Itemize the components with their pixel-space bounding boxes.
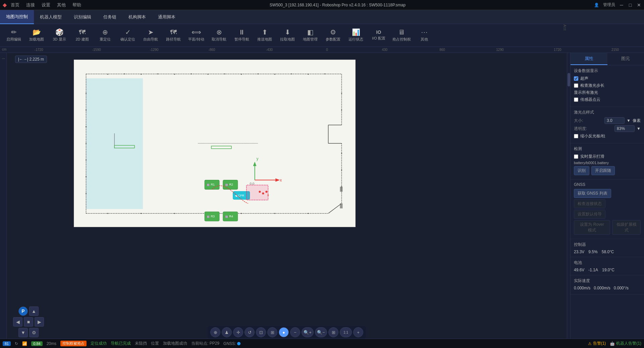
status-robot-warn[interactable]: 🤖 机器人告警(1) — [610, 341, 641, 346]
tool-free-nav[interactable]: ➤ 自由导航 — [140, 25, 162, 46]
fit-button[interactable]: ⊡ — [256, 327, 266, 337]
person-button[interactable]: ♟ — [222, 327, 232, 337]
plus-button[interactable]: + — [353, 327, 363, 337]
svg-text:x: x — [280, 178, 282, 183]
tool-io[interactable]: IO I/O 配置 — [368, 25, 390, 46]
reflect-row[interactable]: 缩小反光板/柱 — [574, 133, 641, 139]
tool-flat[interactable]: ⟺ 平面/转动 — [185, 25, 207, 46]
tool-occupy[interactable]: 🖥 抢占控制权 — [390, 25, 413, 46]
reflect-checkbox[interactable] — [574, 134, 578, 138]
tool-map-mgr[interactable]: ◧ 地图管理 — [299, 25, 321, 46]
nav-text: 导航已完成 — [111, 341, 131, 346]
realtime-row[interactable]: 实时显示打滑 — [574, 154, 641, 159]
tool-push-map[interactable]: ⬆ 推送地图 — [254, 25, 276, 46]
status-refresh[interactable]: ↻ — [15, 341, 18, 346]
nav-help[interactable]: 帮助 — [72, 2, 81, 8]
nav-connect[interactable]: 连接 — [26, 2, 35, 8]
tool-pause-nav[interactable]: ⏸ 暂停导航 — [231, 25, 253, 46]
right-button[interactable]: ▶ — [35, 317, 44, 327]
crosshair-button[interactable]: ⊕ — [210, 327, 220, 337]
menu-item-general-script[interactable]: 通用脚本 — [152, 10, 181, 24]
bottom-toolbar: ⊕ ♟ ✛ ↺ ⊡ ⊞ ● − 🔍+ 🔍− ⊞ 1:1 + — [208, 326, 366, 339]
tool-params[interactable]: ⚙ 参数配置 — [322, 25, 344, 46]
tool-load-map[interactable]: 📂 加载地图 — [25, 25, 48, 46]
svg-point-23 — [274, 74, 275, 75]
push-map-icon: ⬆ — [262, 29, 268, 36]
menu-item-task-chain[interactable]: 任务链 — [97, 10, 122, 24]
settings-button[interactable]: ⚙ — [29, 328, 39, 337]
scrollbar-thumb[interactable] — [568, 73, 570, 86]
svg-point-37 — [341, 169, 342, 170]
svg-rect-70 — [340, 187, 343, 192]
minimize-button[interactable]: ─ — [619, 3, 624, 7]
laser-size-input[interactable] — [604, 117, 625, 124]
sensor-cloud-checkbox[interactable] — [574, 97, 578, 102]
map-area[interactable]: |←→| 2.225 m — [7, 53, 567, 339]
tool-run-status[interactable]: 📊 运行状态 — [345, 25, 367, 46]
laser-check-checkbox[interactable] — [574, 83, 578, 88]
laser-size-dropdown-icon[interactable]: ▼ — [627, 118, 631, 123]
tool-2d[interactable]: 🗺 2D 建图 — [71, 25, 93, 46]
minus-button[interactable]: − — [290, 327, 300, 337]
gnss-default-button[interactable]: 设置默认传导 — [574, 210, 605, 219]
zoom-reset-button[interactable]: 1:1 — [340, 327, 352, 337]
tab-properties[interactable]: 属性 — [571, 53, 607, 65]
title-nav[interactable]: 首页 连接 设置 其他 帮助 — [11, 2, 81, 8]
zoom-in-button[interactable]: 🔍+ — [302, 327, 314, 337]
tab-elements[interactable]: 图元 — [607, 53, 644, 65]
nav-other[interactable]: 其他 — [57, 2, 66, 8]
left-button[interactable]: ◀ — [13, 317, 22, 327]
laser-check-row[interactable]: 检查激光步长 — [574, 83, 641, 88]
maximize-button[interactable]: □ — [628, 3, 633, 7]
ultrasound-row[interactable]: 超声 — [574, 76, 641, 81]
zoom-fit-button[interactable]: ⊞ — [328, 327, 338, 337]
tool-pull-map[interactable]: ⬇ 拉取地图 — [276, 25, 299, 46]
zoom-out-button[interactable]: 🔍− — [315, 327, 327, 337]
controller-voltage: 23.3V — [574, 250, 584, 254]
nav-controls[interactable]: P ▲ ◀ ■ ▶ ▼ ⚙ — [7, 305, 50, 339]
dot-button[interactable]: ● — [279, 327, 289, 337]
gnss-conn-button[interactable]: 检查连接状态 — [574, 199, 605, 208]
stop-button[interactable]: ■ — [24, 317, 33, 327]
status-warn[interactable]: ⚠ 告警(1) — [588, 341, 606, 346]
map-canvas[interactable]: y x 0,0 🤖 R1 🤖 R2 ◀ CPR — [74, 60, 356, 227]
tool-3d[interactable]: 🎲 3D 显示 — [48, 25, 70, 46]
tool-confirm-locate[interactable]: ✓ 确认定位 — [117, 25, 139, 46]
ultrasound-checkbox[interactable] — [574, 76, 578, 81]
svg-point-39 — [107, 213, 108, 214]
menu-item-mechanism-script[interactable]: 机构脚本 — [122, 10, 152, 24]
svg-point-41 — [174, 213, 175, 214]
up-button[interactable]: ▲ — [29, 306, 39, 316]
laser-opacity-input[interactable] — [614, 125, 635, 132]
tool-cancel-nav[interactable]: ⊗ 取消导航 — [208, 25, 230, 46]
laser-opacity-dropdown-icon[interactable]: ▼ — [637, 126, 641, 131]
identify-button[interactable]: 识别 — [574, 166, 589, 175]
move-button[interactable]: ✛ — [233, 327, 243, 337]
down-button[interactable]: ▼ — [18, 328, 28, 337]
map-scrollbar[interactable] — [567, 53, 570, 339]
close-button[interactable]: ✕ — [637, 3, 641, 7]
menu-item-identify-edit[interactable]: 识别编辑 — [68, 10, 97, 24]
realtime-checkbox[interactable] — [574, 154, 578, 159]
track-button[interactable]: 开启跟随 — [591, 166, 615, 175]
gnss-ext-button[interactable]: 低级扩展模式 — [612, 220, 641, 235]
tool-relocate[interactable]: ⊕ 重定位 — [94, 25, 116, 46]
floor-plan-svg: y x 0,0 🤖 R1 🤖 R2 ◀ CPR — [74, 60, 355, 227]
refresh-icon[interactable]: ↻ — [15, 341, 18, 346]
rotate-button[interactable]: ↺ — [245, 327, 255, 337]
zoom-box-button[interactable]: ⊞ — [267, 327, 277, 337]
gnss-list-button[interactable]: 获取 GNSS 列表 — [574, 189, 611, 198]
p-button[interactable]: P — [18, 306, 28, 316]
menu-item-map-control[interactable]: 地图与控制 — [0, 10, 34, 24]
svg-point-28 — [86, 110, 87, 111]
tool-other[interactable]: ⋯ 其他 — [413, 25, 435, 46]
nav-settings[interactable]: 设置 — [42, 2, 50, 8]
sensor-cloud-row[interactable]: 传感器点云 — [574, 97, 641, 102]
tool-path-nav[interactable]: 🗺 路径导航 — [162, 25, 184, 46]
status-num: 81 — [3, 341, 11, 346]
svg-point-20 — [224, 73, 225, 74]
tool-edit[interactable]: ✏ 启用编辑 — [3, 25, 25, 46]
gnss-rover-button[interactable]: 设置为 Rover 模式 — [574, 220, 610, 235]
menu-item-robot-model[interactable]: 机器人模型 — [34, 10, 68, 24]
nav-home[interactable]: 首页 — [11, 2, 19, 8]
